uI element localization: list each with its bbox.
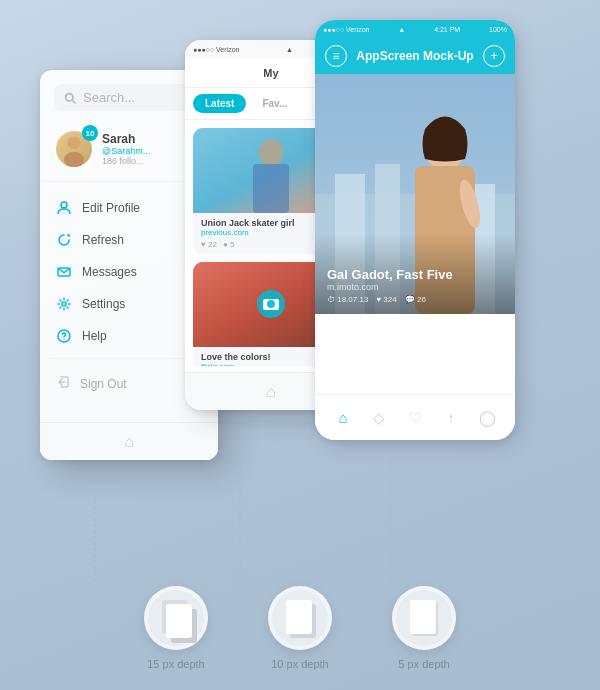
tab-favorites[interactable]: Fav... bbox=[250, 94, 299, 113]
screens-area: Search... 10 Sarah @Sarahm... 186 follo.… bbox=[30, 20, 570, 520]
nav-home-icon[interactable]: ⌂ bbox=[331, 406, 355, 430]
search-placeholder: Search... bbox=[83, 90, 135, 105]
depth-label-10: 10 px depth bbox=[271, 658, 329, 670]
right-status-bar: ●●●○○ Verizon ▲ 4:21 PM 100% bbox=[315, 20, 515, 38]
profile-info: Sarah @Sarahm... 186 follo... bbox=[102, 132, 150, 166]
right-main-image: Gal Gadot, Fast Five m.imoto.com ⏱ 18.07… bbox=[315, 74, 515, 314]
depth-item-5: 5 px depth bbox=[392, 586, 456, 670]
svg-rect-33 bbox=[286, 600, 312, 634]
search-bar[interactable]: Search... bbox=[54, 84, 204, 111]
depth-circle-10 bbox=[268, 586, 332, 650]
svg-rect-30 bbox=[166, 604, 192, 638]
depth-label-15: 15 px depth bbox=[147, 658, 205, 670]
image-date: ⏱ 18.07.13 bbox=[327, 295, 368, 304]
menu-label-refresh: Refresh bbox=[82, 233, 124, 247]
profile-followers: 186 follo... bbox=[102, 156, 150, 166]
menu-icon[interactable]: ≡ bbox=[325, 45, 347, 67]
post-likes-1: ♥ 22 bbox=[201, 240, 217, 249]
profile-username: @Sarahm... bbox=[102, 146, 150, 156]
gear-icon bbox=[56, 296, 72, 312]
svg-point-11 bbox=[64, 339, 65, 340]
panel-bottom-nav: ⌂ bbox=[40, 422, 218, 460]
depth-circle-5 bbox=[392, 586, 456, 650]
post-comments-1: ● 5 bbox=[223, 240, 235, 249]
svg-rect-36 bbox=[410, 600, 436, 634]
image-source: m.imoto.com bbox=[327, 282, 503, 292]
depth-label-5: 5 px depth bbox=[398, 658, 449, 670]
nav-heart-icon[interactable]: ♡ bbox=[403, 406, 427, 430]
middle-wifi-icon: ▲ bbox=[286, 46, 293, 53]
image-stats: ⏱ 18.07.13 ♥ 324 💬 26 bbox=[327, 295, 503, 304]
right-phone: ●●●○○ Verizon ▲ 4:21 PM 100% ≡ AppScreen… bbox=[315, 20, 515, 440]
middle-carrier: ●●●○○ Verizon bbox=[193, 46, 239, 53]
svg-point-9 bbox=[62, 302, 66, 306]
avatar-wrap: 10 bbox=[54, 129, 94, 169]
right-carrier: ●●●○○ Verizon bbox=[323, 26, 369, 33]
search-icon bbox=[64, 91, 77, 104]
nav-share-icon[interactable]: ↑ bbox=[439, 406, 463, 430]
sign-out-label: Sign Out bbox=[80, 377, 127, 391]
svg-rect-14 bbox=[253, 164, 289, 213]
sign-out-icon bbox=[56, 375, 70, 393]
nav-tag-icon[interactable]: ◇ bbox=[367, 406, 391, 430]
person-icon bbox=[56, 200, 72, 216]
home-icon-left: ⌂ bbox=[124, 433, 134, 451]
middle-title: My bbox=[263, 67, 278, 79]
menu-label-edit-profile: Edit Profile bbox=[82, 201, 140, 215]
depth-section: 15 px depth 10 px depth 5 px depth bbox=[0, 586, 600, 670]
right-wifi-icon: ▲ bbox=[398, 26, 405, 33]
right-title-bar: ≡ AppScreen Mock-Up + bbox=[315, 38, 515, 74]
help-icon bbox=[56, 328, 72, 344]
add-icon[interactable]: + bbox=[483, 45, 505, 67]
image-overlay: Gal Gadot, Fast Five m.imoto.com ⏱ 18.07… bbox=[315, 234, 515, 314]
right-time: 4:21 PM bbox=[434, 26, 460, 33]
tab-latest[interactable]: Latest bbox=[193, 94, 246, 113]
image-title: Gal Gadot, Fast Five bbox=[327, 267, 503, 282]
nav-chat-icon[interactable]: ◯ bbox=[475, 406, 499, 430]
image-likes: ♥ 324 bbox=[376, 295, 396, 304]
right-bottom-nav: ⌂ ◇ ♡ ↑ ◯ bbox=[315, 394, 515, 440]
svg-point-7 bbox=[61, 202, 67, 208]
depth-circle-15 bbox=[144, 586, 208, 650]
avatar-badge: 10 bbox=[82, 125, 98, 141]
profile-name: Sarah bbox=[102, 132, 150, 146]
refresh-icon bbox=[56, 232, 72, 248]
svg-point-3 bbox=[66, 94, 73, 101]
depth-item-15: 15 px depth bbox=[144, 586, 208, 670]
svg-point-6 bbox=[64, 152, 84, 167]
home-icon-middle: ⌂ bbox=[266, 383, 276, 401]
depth-item-10: 10 px depth bbox=[268, 586, 332, 670]
right-title: AppScreen Mock-Up bbox=[356, 49, 473, 63]
svg-point-18 bbox=[267, 300, 275, 308]
mail-icon bbox=[56, 264, 72, 280]
svg-point-13 bbox=[259, 139, 283, 167]
image-comments: 💬 26 bbox=[405, 295, 426, 304]
svg-point-5 bbox=[68, 136, 81, 149]
menu-label-settings: Settings bbox=[82, 297, 125, 311]
svg-line-4 bbox=[73, 101, 76, 104]
menu-label-help: Help bbox=[82, 329, 107, 343]
right-battery: 100% bbox=[489, 26, 507, 33]
menu-label-messages: Messages bbox=[82, 265, 137, 279]
